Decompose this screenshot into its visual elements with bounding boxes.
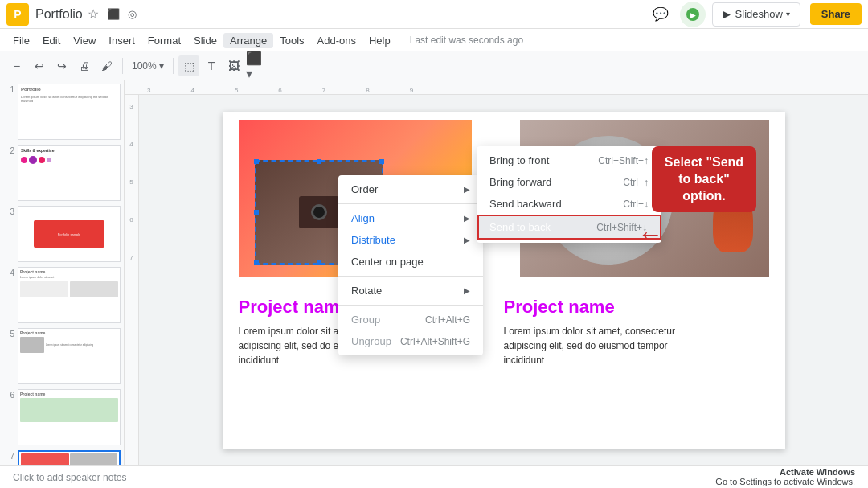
ctx-rotate[interactable]: Rotate ▶ xyxy=(338,280,483,301)
canvas-inner: 34567 xyxy=(125,95,868,465)
slide-img-7: Project name Lorem ipsum Project name Lo… xyxy=(18,450,121,465)
slideshow-button[interactable]: ▶ Slideshow ▾ xyxy=(712,2,800,27)
slide-num-7: 7 xyxy=(3,452,14,461)
menu-bar: File Edit View Insert Format Slide Arran… xyxy=(0,29,868,51)
app-title: Portfolio xyxy=(35,7,83,22)
right-separator xyxy=(520,285,769,285)
print-btn[interactable]: 🖨 xyxy=(74,55,95,76)
tooltip-text: Select "Send to back" option. xyxy=(665,155,743,203)
ctx-group[interactable]: Group Ctrl+Alt+G xyxy=(338,309,483,330)
order-send-to-back-label: Send to back xyxy=(489,221,551,233)
ctx-distribute-arrow-icon: ▶ xyxy=(464,236,470,244)
menu-tools[interactable]: Tools xyxy=(273,33,310,48)
slide-thumb-6[interactable]: 6 Project name xyxy=(3,389,121,445)
menu-arrange[interactable]: Arrange xyxy=(223,33,273,48)
ctx-ungroup-label: Ungroup xyxy=(351,335,391,347)
order-send-to-back[interactable]: Send to back Ctrl+Shift+↓ xyxy=(477,215,661,240)
app-logo: P xyxy=(6,3,29,26)
paint-btn[interactable]: 🖌 xyxy=(96,55,117,76)
canvas-area: Project name Lorem ipsum dolor sit amet,… xyxy=(139,95,868,465)
ctx-sep2 xyxy=(338,276,483,277)
order-bring-forward[interactable]: Bring forward Ctrl+↑ xyxy=(477,171,661,193)
windows-activate: Activate Windows Go to Settings to activ… xyxy=(715,467,862,486)
text-btn[interactable]: T xyxy=(201,55,222,76)
ctx-ungroup[interactable]: Ungroup Ctrl+Alt+Shift+G xyxy=(338,330,483,352)
order-submenu: Bring to front Ctrl+Shift+↑ Bring forwar… xyxy=(477,146,661,243)
slide-thumb-7[interactable]: 7 Project name Lorem ipsum Project name … xyxy=(3,450,121,465)
zoom-out-btn[interactable]: − xyxy=(6,55,27,76)
slide-img-1: Portfolio Lorem ipsum dolor sit amet con… xyxy=(18,84,121,140)
ctx-order-label: Order xyxy=(351,183,378,195)
slide-thumb-4[interactable]: 4 Project name Lorem ipsum dolor sit ame… xyxy=(3,267,121,323)
meet-button[interactable]: ▶ xyxy=(680,2,706,27)
comment-button[interactable]: 💬 xyxy=(648,2,674,27)
windows-activate-line2: Go to Settings to activate Windows. xyxy=(715,477,855,486)
order-bring-to-front[interactable]: Bring to front Ctrl+Shift+↑ xyxy=(477,150,661,171)
slide-img-5: Project name Lorem ipsum sit amet consec… xyxy=(18,328,121,384)
slide-num-3: 3 xyxy=(3,207,14,216)
slide-img-2: Skills & expertise xyxy=(18,145,121,201)
ctx-sep3 xyxy=(338,305,483,306)
redo-btn[interactable]: ↪ xyxy=(51,55,72,76)
slide-img-6: Project name xyxy=(18,389,121,445)
order-bring-to-front-label: Bring to front xyxy=(489,154,549,166)
ctx-order[interactable]: Order ▶ xyxy=(338,178,483,200)
order-send-backward-label: Send backward xyxy=(489,198,562,210)
ctx-distribute[interactable]: Distribute ▶ xyxy=(338,229,483,251)
right-project-section: Project name Lorem ipsum dolor sit amet,… xyxy=(504,297,675,367)
toolbar: − ↩ ↪ 🖨 🖌 100% ▾ ⬚ T 🖼 ⬛ ▾ xyxy=(0,51,868,80)
ctx-rotate-label: Rotate xyxy=(351,285,382,297)
slideshow-chevron-icon: ▾ xyxy=(786,10,790,18)
menu-insert[interactable]: Insert xyxy=(102,33,141,48)
slide-thumb-5[interactable]: 5 Project name Lorem ipsum sit amet cons… xyxy=(3,328,121,384)
order-send-backward[interactable]: Send backward Ctrl+↓ xyxy=(477,193,661,215)
ctx-align[interactable]: Align ▶ xyxy=(338,207,483,229)
notes-placeholder[interactable]: Click to add speaker notes xyxy=(13,472,126,483)
arrange-context-menu: Order ▶ Align ▶ Distribute ▶ Center on p… xyxy=(338,175,483,355)
order-bring-forward-label: Bring forward xyxy=(489,176,551,188)
ctx-order-arrow-icon: ▶ xyxy=(464,185,470,194)
ruler-left: 34567 xyxy=(125,95,139,465)
toolbar-sep2 xyxy=(173,58,174,74)
slide-num-6: 6 xyxy=(3,391,14,400)
shapes-btn[interactable]: ⬛ ▾ xyxy=(246,55,267,76)
ctx-align-label: Align xyxy=(351,212,375,224)
main-layout: 1 Portfolio Lorem ipsum dolor sit amet c… xyxy=(0,80,868,465)
menu-slide[interactable]: Slide xyxy=(187,33,223,48)
ctx-center-label: Center on page xyxy=(351,256,424,268)
cursor-btn[interactable]: ⬚ xyxy=(178,55,199,76)
ctx-center[interactable]: Center on page xyxy=(338,251,483,273)
image-btn[interactable]: 🖼 xyxy=(223,55,244,76)
ctx-group-label: Group xyxy=(351,314,380,326)
menu-view[interactable]: View xyxy=(67,33,102,48)
menu-format[interactable]: Format xyxy=(141,33,187,48)
slide-img-4: Project name Lorem ipsum dolor sit amet xyxy=(18,267,121,323)
menu-file[interactable]: File xyxy=(6,33,36,48)
slide-num-2: 2 xyxy=(3,146,14,155)
order-bring-to-front-shortcut: Ctrl+Shift+↑ xyxy=(598,155,649,166)
title-right: 💬 ▶ ▶ Slideshow ▾ Share xyxy=(648,2,862,27)
star-icon[interactable]: ☆ xyxy=(88,6,99,22)
ctx-group-shortcut: Ctrl+Alt+G xyxy=(425,314,470,326)
menu-help[interactable]: Help xyxy=(362,33,397,48)
ctx-sep1 xyxy=(338,203,483,204)
slide-thumb-3[interactable]: 3 Portfolio sample xyxy=(3,206,121,262)
menu-edit[interactable]: Edit xyxy=(36,33,67,48)
undo-btn[interactable]: ↩ xyxy=(29,55,50,76)
order-send-backward-shortcut: Ctrl+↓ xyxy=(623,199,649,210)
toolbar-sep1 xyxy=(122,58,123,74)
slide-img-3: Portfolio sample xyxy=(18,206,121,262)
svg-text:▶: ▶ xyxy=(690,11,695,19)
slide-thumb-2[interactable]: 2 Skills & expertise xyxy=(3,145,121,201)
zoom-select[interactable]: 100% ▾ xyxy=(128,55,168,76)
menu-addons[interactable]: Add-ons xyxy=(311,33,362,48)
cloud-icon: ⬛ xyxy=(107,8,120,20)
last-edit-text: Last edit was seconds ago xyxy=(410,35,523,46)
title-icons: ☆ ⬛ ◎ xyxy=(88,6,137,22)
slide-thumb-1[interactable]: 1 Portfolio Lorem ipsum dolor sit amet c… xyxy=(3,84,121,140)
notes-bar: Click to add speaker notes Activate Wind… xyxy=(0,465,868,488)
tooltip-arrow-icon: ← xyxy=(637,219,663,249)
share-button[interactable]: Share xyxy=(810,3,862,25)
tooltip-box: Select "Send to back" option. xyxy=(652,146,756,212)
ctx-align-arrow-icon: ▶ xyxy=(464,214,470,223)
